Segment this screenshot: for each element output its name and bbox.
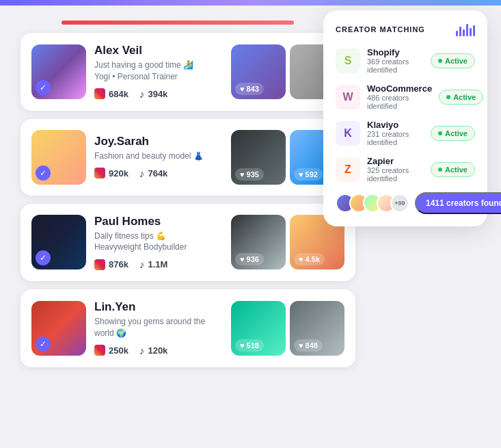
info-zapier: Zapier325 creators identified <box>367 156 424 183</box>
bio-joy-sarah: Fashion and beauty model 👗 <box>94 150 223 162</box>
check-alex-veil: ✓ <box>36 80 51 95</box>
thumb-paul-homes-0[interactable]: ♥ 936 <box>231 215 286 269</box>
avatar-paul-homes: ✓ <box>31 215 86 269</box>
integration-woocommerce[interactable]: WWooCommerce486 creators identifiedActiv… <box>336 83 475 110</box>
active-dot-klaviyo <box>438 131 442 135</box>
tiktok-icon: ♪ <box>139 345 145 356</box>
creator-matching-panel: CREATOR MATCHING SShopify369 creators id… <box>323 10 487 226</box>
avatar-joy-sarah: ✓ <box>31 130 86 185</box>
logo-klaviyo: K <box>336 121 360 146</box>
status-badge-shopify[interactable]: Active <box>431 53 475 68</box>
thumb-alex-veil-0[interactable]: ♥ 843 <box>231 44 286 99</box>
tiktok-icon: ♪ <box>139 259 145 270</box>
count-zapier: 325 creators identified <box>367 166 424 183</box>
bar1 <box>456 31 458 36</box>
tiktok-count-alex-veil: 394k <box>148 89 167 99</box>
check-paul-homes: ✓ <box>36 250 51 265</box>
info-lin-yen: Lin.YenShowing you gems around the world… <box>94 300 223 356</box>
active-dot-zapier <box>438 168 442 172</box>
thumbnails-lin-yen: ♥ 518♥ 848 <box>231 301 344 356</box>
thumb-lin-yen-1[interactable]: ♥ 848 <box>290 301 344 356</box>
thumb-lin-yen-0[interactable]: ♥ 518 <box>231 301 286 356</box>
tiktok-count-paul-homes: 1.1M <box>148 259 167 269</box>
red-accent-bar <box>62 21 294 25</box>
info-woocommerce: WooCommerce486 creators identified <box>367 83 432 110</box>
logo-woocommerce: W <box>336 85 360 109</box>
info-paul-homes: Paul HomesDaily fitness tips 💪 Heavyweig… <box>94 215 223 271</box>
tiktok-stat-joy-sarah: ♪ 764k <box>139 168 167 179</box>
name-paul-homes: Paul Homes <box>94 215 223 228</box>
stats-lin-yen: 250k♪ 120k <box>94 345 223 356</box>
like-count-alex-veil-0: ♥ 843 <box>235 83 264 95</box>
tiktok-stat-lin-yen: ♪ 120k <box>139 345 167 356</box>
panel-title: CREATOR MATCHING <box>336 25 425 34</box>
ig-count-alex-veil: 684k <box>109 89 128 99</box>
ig-stat-lin-yen: 250k <box>94 345 128 356</box>
check-lin-yen: ✓ <box>36 337 51 352</box>
bar2 <box>459 27 461 36</box>
creator-list: ✓Alex VeilJust having a good time 🏄 Yogi… <box>21 21 355 375</box>
tiktok-icon: ♪ <box>139 88 145 100</box>
name-lin-yen: Lin.Yen <box>94 300 223 314</box>
like-count-paul-homes-0: ♥ 936 <box>235 253 264 265</box>
avatar-stack: +99 <box>336 194 409 213</box>
instagram-icon <box>94 259 105 270</box>
avatar-more: +99 <box>390 194 409 213</box>
like-count-joy-sarah-1: ♥ 592 <box>294 168 323 181</box>
bar5 <box>470 28 472 36</box>
bio-lin-yen: Showing you gems around the world 🌍 <box>94 316 223 339</box>
integration-list: SShopify369 creators identifiedActiveWWo… <box>336 47 475 183</box>
bar3 <box>463 29 465 36</box>
ig-stat-joy-sarah: 920k <box>94 168 128 179</box>
active-dot-woocommerce <box>446 95 450 99</box>
thumb-joy-sarah-0[interactable]: ♥ 935 <box>231 130 286 185</box>
instagram-icon <box>94 88 105 99</box>
count-klaviyo: 231 creators identified <box>367 130 424 146</box>
bio-paul-homes: Daily fitness tips 💪 Heavyweight Bodybui… <box>94 230 223 254</box>
status-text-shopify: Active <box>445 57 468 65</box>
logo-shopify: S <box>336 49 360 73</box>
instagram-icon <box>94 168 105 179</box>
creator-card-paul-homes[interactable]: ✓Paul HomesDaily fitness tips 💪 Heavywei… <box>21 204 355 282</box>
info-joy-sarah: Joy.SarahFashion and beauty model 👗 920k… <box>94 135 223 179</box>
ig-count-joy-sarah: 920k <box>109 168 128 179</box>
status-badge-zapier[interactable]: Active <box>431 162 475 177</box>
integration-shopify[interactable]: SShopify369 creators identifiedActive <box>336 47 475 74</box>
integration-klaviyo[interactable]: KKlaviyo231 creators identifiedActive <box>336 120 475 146</box>
count-woocommerce: 486 creators identified <box>367 94 432 110</box>
tiktok-icon: ♪ <box>139 168 145 179</box>
status-text-klaviyo: Active <box>445 129 468 137</box>
check-joy-sarah: ✓ <box>36 166 51 181</box>
like-count-lin-yen-1: ♥ 848 <box>294 339 323 352</box>
creator-card-alex-veil[interactable]: ✓Alex VeilJust having a good time 🏄 Yogi… <box>21 33 355 111</box>
name-zapier: Zapier <box>367 156 424 166</box>
creator-card-lin-yen[interactable]: ✓Lin.YenShowing you gems around the worl… <box>21 289 355 367</box>
thumbnails-paul-homes: ♥ 936♥ 4.5k <box>231 215 344 269</box>
panel-footer: +99 1411 creators found <box>336 192 475 214</box>
ig-count-lin-yen: 250k <box>109 345 128 356</box>
like-count-joy-sarah-0: ♥ 935 <box>235 168 264 181</box>
active-dot-shopify <box>438 59 442 63</box>
bar4 <box>466 24 468 36</box>
status-badge-woocommerce[interactable]: Active <box>439 90 483 105</box>
tiktok-count-joy-sarah: 764k <box>148 168 167 179</box>
stats-alex-veil: 684k♪ 394k <box>94 88 223 100</box>
count-shopify: 369 creators identified <box>367 57 424 74</box>
name-shopify: Shopify <box>367 47 424 57</box>
creator-card-joy-sarah[interactable]: ✓Joy.SarahFashion and beauty model 👗 920… <box>21 119 355 196</box>
top-gradient-bar <box>0 0 501 5</box>
avatar-lin-yen: ✓ <box>31 301 86 356</box>
integration-zapier[interactable]: ZZapier325 creators identifiedActive <box>336 156 475 183</box>
status-text-zapier: Active <box>445 166 468 174</box>
name-klaviyo: Klaviyo <box>367 120 424 130</box>
creators-found-button[interactable]: 1411 creators found <box>415 192 501 214</box>
ig-stat-paul-homes: 876k <box>94 259 128 270</box>
tiktok-stat-alex-veil: ♪ 394k <box>139 88 167 100</box>
stats-joy-sarah: 920k♪ 764k <box>94 168 223 179</box>
info-shopify: Shopify369 creators identified <box>367 47 424 74</box>
name-alex-veil: Alex Veil <box>94 44 223 57</box>
ig-count-paul-homes: 876k <box>109 259 128 269</box>
name-joy-sarah: Joy.Sarah <box>94 135 223 148</box>
avatar-alex-veil: ✓ <box>31 44 86 99</box>
status-badge-klaviyo[interactable]: Active <box>431 126 475 141</box>
